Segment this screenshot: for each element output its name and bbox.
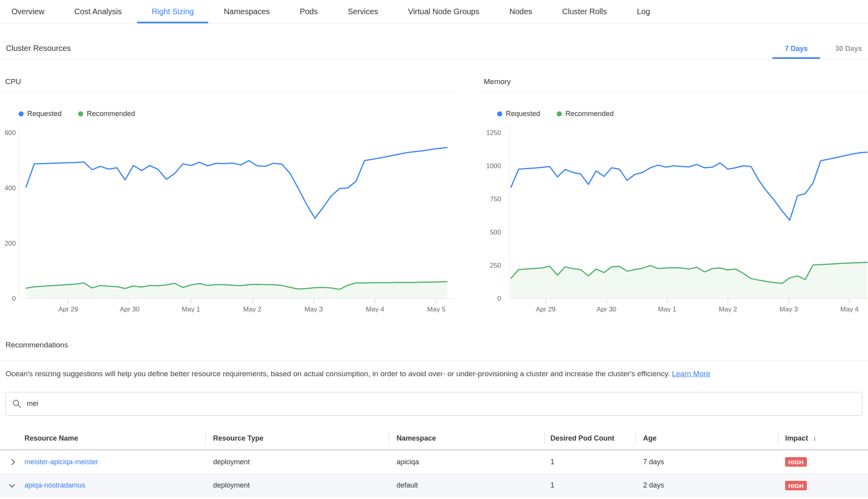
svg-text:May 1: May 1 — [182, 306, 200, 312]
charts-row: CPU Requested Recommended 0200400600Apr … — [0, 59, 868, 312]
svg-text:200: 200 — [5, 240, 16, 247]
sort-desc-icon[interactable]: ↓ — [813, 434, 817, 442]
learn-more-link[interactable]: Learn More — [672, 370, 710, 378]
recommended-legend-dot-icon — [557, 111, 562, 116]
legend-requested-label: Requested — [27, 110, 62, 118]
legend-recommended-label: Recommended — [565, 110, 614, 118]
requested-legend-dot-icon — [19, 111, 24, 116]
search-input[interactable] — [27, 400, 856, 408]
svg-text:May 1: May 1 — [658, 306, 676, 312]
desired-pod-count-cell: 1 — [544, 481, 635, 490]
cpu-chart-title: CPU — [0, 59, 456, 92]
legend-requested-label: Requested — [506, 110, 540, 118]
svg-text:0: 0 — [498, 295, 501, 302]
search-box[interactable] — [6, 392, 862, 416]
memory-chart-legend: Requested Recommended — [497, 110, 868, 118]
tab-overview[interactable]: Overview — [11, 0, 44, 23]
svg-text:400: 400 — [5, 184, 16, 192]
memory-chart-title: Memory — [479, 59, 868, 92]
range-30-days[interactable]: 30 Days — [835, 45, 862, 53]
svg-text:0: 0 — [12, 295, 16, 302]
svg-text:May 3: May 3 — [305, 306, 323, 312]
recommendations-description: Ocean's resizing suggestions will help y… — [0, 361, 868, 379]
resource-type-cell: deployment — [205, 481, 389, 490]
svg-text:250: 250 — [490, 262, 501, 269]
impact-badge: HIGH — [785, 457, 807, 467]
col-header-namespace[interactable]: Namespace — [389, 434, 544, 443]
top-nav: Overview Cost Analysis Right Sizing Name… — [0, 0, 868, 24]
section-title: Cluster Resources — [6, 44, 71, 53]
tab-right-sizing[interactable]: Right Sizing — [152, 0, 194, 23]
svg-text:May 2: May 2 — [243, 306, 261, 312]
resource-type-cell: deployment — [205, 458, 389, 466]
svg-text:600: 600 — [5, 129, 16, 137]
tab-cost-analysis[interactable]: Cost Analysis — [74, 0, 122, 23]
legend-requested: Requested — [497, 110, 540, 118]
cpu-line-chart: 0200400600Apr 29Apr 30May 1May 2May 3May… — [0, 127, 456, 312]
table-row[interactable]: meister-apiciqa-meister deployment apici… — [0, 450, 868, 474]
collapse-chevron-icon[interactable] — [9, 482, 15, 488]
svg-text:1250: 1250 — [486, 129, 501, 137]
cpu-chart-panel: CPU Requested Recommended 0200400600Apr … — [0, 59, 456, 312]
svg-text:500: 500 — [490, 229, 501, 236]
tab-log[interactable]: Log — [637, 0, 650, 23]
col-header-resource-name[interactable]: Resource Name — [24, 434, 205, 443]
svg-text:May 3: May 3 — [780, 306, 798, 312]
cpu-chart-legend: Requested Recommended — [19, 110, 456, 118]
age-cell: 2 days — [635, 481, 778, 490]
recommendations-table: Resource Name Resource Type Namespace De… — [0, 428, 868, 497]
memory-line-chart: 025050075010001250Apr 29Apr 30May 1May 2… — [479, 127, 868, 312]
tab-pods[interactable]: Pods — [300, 0, 318, 23]
svg-text:May 5: May 5 — [427, 306, 445, 312]
namespace-cell: default — [389, 481, 544, 490]
tab-nodes[interactable]: Nodes — [509, 0, 532, 23]
impact-cell: HIGH — [778, 457, 868, 467]
svg-text:1000: 1000 — [486, 162, 501, 170]
legend-recommended: Recommended — [557, 110, 614, 118]
age-cell: 7 days — [635, 458, 778, 466]
svg-text:May 4: May 4 — [366, 306, 384, 312]
svg-text:Apr 29: Apr 29 — [58, 306, 78, 312]
legend-recommended: Recommended — [78, 110, 135, 118]
resource-name-cell: meister-apiciqa-meister — [24, 458, 205, 466]
table-row[interactable]: apiqa-nostradamus deployment default 1 2… — [0, 474, 868, 497]
col-header-resource-type[interactable]: Resource Type — [205, 434, 389, 443]
resource-name-link[interactable]: meister-apiciqa-meister — [24, 458, 98, 466]
svg-text:May 4: May 4 — [840, 306, 859, 312]
impact-header-label: Impact — [785, 434, 808, 442]
legend-recommended-label: Recommended — [87, 110, 135, 118]
impact-badge: HIGH — [785, 481, 807, 490]
row-expander-cell — [0, 460, 24, 464]
tab-services[interactable]: Services — [348, 0, 378, 23]
col-header-age[interactable]: Age — [635, 434, 778, 443]
recommendations-description-text: Ocean's resizing suggestions will help y… — [6, 370, 670, 378]
time-range-toggle: 7 Days 30 Days — [785, 45, 862, 53]
desired-pod-count-cell: 1 — [544, 458, 635, 466]
svg-text:750: 750 — [490, 195, 501, 203]
col-header-desired-pod-count[interactable]: Desired Pod Count — [544, 434, 635, 443]
col-header-impact[interactable]: Impact↓ — [778, 434, 868, 443]
cluster-resources-header: Cluster Resources 7 Days 30 Days — [0, 24, 868, 59]
tab-cluster-rolls[interactable]: Cluster Rolls — [562, 0, 607, 23]
requested-legend-dot-icon — [497, 111, 502, 116]
impact-cell: HIGH — [778, 481, 868, 490]
resource-name-cell: apiqa-nostradamus — [24, 481, 205, 490]
svg-text:Apr 30: Apr 30 — [120, 306, 139, 312]
legend-requested: Requested — [19, 110, 62, 118]
resource-name-link[interactable]: apiqa-nostradamus — [24, 481, 85, 489]
recommendations-title: Recommendations — [0, 312, 868, 361]
recommended-legend-dot-icon — [78, 111, 83, 116]
memory-chart-panel: Memory Requested Recommended 02505007501… — [479, 59, 868, 312]
namespace-cell: apiciqa — [389, 458, 544, 466]
range-7-days[interactable]: 7 Days — [785, 45, 808, 53]
table-header: Resource Name Resource Type Namespace De… — [0, 428, 868, 450]
expand-chevron-icon[interactable] — [9, 459, 15, 465]
tab-virtual-node-groups[interactable]: Virtual Node Groups — [408, 0, 479, 23]
tab-namespaces[interactable]: Namespaces — [224, 0, 270, 23]
row-expander-cell — [0, 484, 24, 487]
search-icon — [12, 399, 21, 408]
svg-text:Apr 29: Apr 29 — [536, 306, 556, 312]
svg-text:May 2: May 2 — [719, 306, 737, 312]
recommendations-section: Recommendations Ocean's resizing suggest… — [0, 312, 868, 497]
svg-text:Apr 30: Apr 30 — [597, 306, 616, 312]
